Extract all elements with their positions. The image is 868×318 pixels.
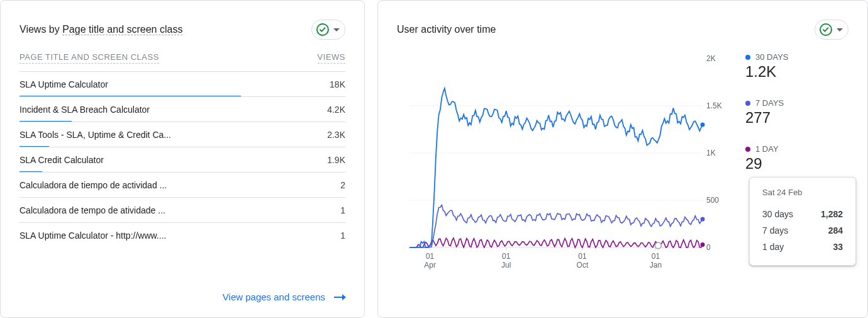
svg-text:Apr: Apr xyxy=(424,261,436,270)
views-by-page-card: Views by Page title and screen class PAG… xyxy=(0,0,365,318)
legend-item: 1 DAY29 xyxy=(745,144,789,173)
legend-label: 30 DAYS xyxy=(755,52,789,62)
col-header-page: PAGE TITLE AND SCREEN CLASS xyxy=(19,52,159,64)
user-activity-card: User activity over time 2K1.5K1K500001Ap… xyxy=(377,0,868,318)
check-circle-icon xyxy=(316,23,330,37)
svg-text:01: 01 xyxy=(578,252,587,261)
legend-value: 1.2K xyxy=(745,63,789,81)
title-prefix: Views xyxy=(19,24,46,35)
tooltip-row: 30 days1,282 xyxy=(762,206,843,222)
legend-head: 7 DAYS xyxy=(745,98,789,108)
svg-text:0: 0 xyxy=(706,243,711,252)
row-name: SLA Uptime Calculator - http://www.... xyxy=(19,230,166,241)
legend-dot-icon xyxy=(745,147,750,152)
svg-text:Oct: Oct xyxy=(577,261,589,270)
card-footer: View pages and screens xyxy=(1,279,364,317)
row-name: SLA Uptime Calculator xyxy=(19,79,108,89)
legend-label: 7 DAYS xyxy=(755,98,784,108)
legend-label: 1 DAY xyxy=(755,144,779,154)
tooltip-row: 1 day33 xyxy=(762,239,843,255)
chart-tooltip: Sat 24 Feb 30 days1,2827 days2841 day33 xyxy=(749,177,856,266)
row-name: SLA Tools - SLA, Uptime & Credit Ca... xyxy=(19,130,171,140)
svg-text:Jul: Jul xyxy=(501,261,511,270)
row-value: 4.2K xyxy=(327,105,345,115)
legend-dot-icon xyxy=(745,101,750,106)
card-title: User activity over time xyxy=(397,24,496,35)
svg-point-26 xyxy=(655,242,661,249)
row-value: 1.9K xyxy=(327,155,345,165)
svg-text:1.5K: 1.5K xyxy=(706,101,722,110)
row-value: 2 xyxy=(340,180,345,190)
table-row[interactable]: SLA Tools - SLA, Uptime & Credit Ca...2.… xyxy=(19,122,345,147)
card-header: User activity over time xyxy=(378,1,867,52)
table-row[interactable]: SLA Uptime Calculator18K xyxy=(19,71,345,96)
table-row[interactable]: Incident & SLA Breach Calculator4.2K xyxy=(19,96,345,122)
tooltip-label: 1 day xyxy=(762,239,784,255)
svg-text:01: 01 xyxy=(502,252,511,261)
legend-head: 1 DAY xyxy=(745,144,789,154)
table-row[interactable]: SLA Uptime Calculator - http://www....1 xyxy=(19,222,345,247)
row-value: 2.3K xyxy=(327,130,345,140)
table-row[interactable]: Calculadora de tiempo de actividad ...2 xyxy=(19,172,345,197)
status-dropdown-button[interactable] xyxy=(311,20,345,40)
table-row[interactable]: SLA Credit Calculator1.9K xyxy=(19,147,345,172)
table-row[interactable]: Calculadora de tempo de atividade ...1 xyxy=(19,197,345,222)
chevron-down-icon xyxy=(333,28,340,31)
row-value: 1 xyxy=(340,230,345,241)
activity-line-chart[interactable]: 2K1.5K1K500001Apr01Jul01Oct01Jan xyxy=(397,52,724,273)
row-name: SLA Credit Calculator xyxy=(19,155,104,165)
svg-text:01: 01 xyxy=(652,252,660,261)
tooltip-label: 30 days xyxy=(762,206,793,222)
footer-link-label: View pages and screens xyxy=(223,292,325,302)
card-title: Views by Page title and screen class xyxy=(19,24,182,35)
chevron-down-icon xyxy=(837,28,843,31)
col-header-views: VIEWS xyxy=(318,52,345,64)
tooltip-value: 1,282 xyxy=(821,206,843,222)
row-name: Calculadora de tiempo de actividad ... xyxy=(19,180,167,190)
row-name: Calculadora de tempo de atividade ... xyxy=(19,205,165,215)
tooltip-value: 33 xyxy=(833,239,843,255)
tooltip-label: 7 days xyxy=(762,222,788,239)
row-value: 18K xyxy=(330,79,345,89)
svg-text:1K: 1K xyxy=(706,149,716,157)
tooltip-row: 7 days284 xyxy=(762,222,843,239)
arrow-right-icon xyxy=(334,297,345,298)
row-name: Incident & SLA Breach Calculator xyxy=(19,105,150,115)
views-table: PAGE TITLE AND SCREEN CLASS VIEWS SLA Up… xyxy=(1,52,364,247)
svg-point-24 xyxy=(701,217,705,222)
legend-head: 30 DAYS xyxy=(745,52,789,62)
legend-item: 30 DAYS1.2K xyxy=(745,52,789,81)
tooltip-value: 284 xyxy=(828,222,843,239)
title-dimension[interactable]: Page title and screen class xyxy=(62,24,182,35)
card-header: Views by Page title and screen class xyxy=(1,1,364,52)
legend-value: 29 xyxy=(745,155,789,173)
svg-text:Jan: Jan xyxy=(650,261,662,270)
legend-item: 7 DAYS277 xyxy=(745,98,789,127)
title-by: by xyxy=(46,24,62,35)
tooltip-date: Sat 24 Feb xyxy=(762,188,843,197)
row-value: 1 xyxy=(340,205,345,215)
check-circle-icon xyxy=(819,23,833,37)
status-dropdown-button[interactable] xyxy=(815,20,849,40)
legend-dot-icon xyxy=(745,55,750,60)
svg-text:2K: 2K xyxy=(706,54,716,63)
view-pages-link[interactable]: View pages and screens xyxy=(223,292,345,302)
svg-point-25 xyxy=(701,242,705,247)
legend-value: 277 xyxy=(745,109,789,127)
table-header: PAGE TITLE AND SCREEN CLASS VIEWS xyxy=(19,52,345,71)
svg-text:500: 500 xyxy=(706,196,719,205)
svg-text:01: 01 xyxy=(426,252,435,261)
svg-point-23 xyxy=(701,123,705,127)
